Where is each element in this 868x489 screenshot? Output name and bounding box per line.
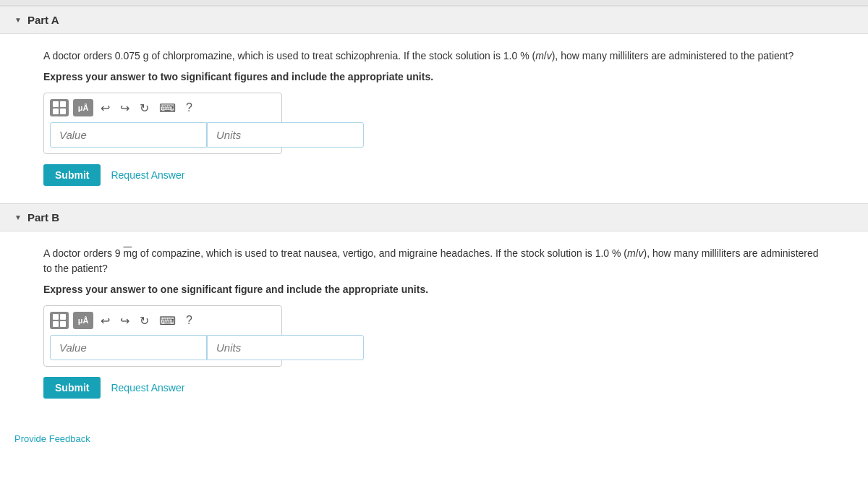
chevron-down-icon-a: ▼ — [14, 16, 22, 24]
top-bar — [0, 0, 868, 6]
part-b-request-answer-link[interactable]: Request Answer — [111, 382, 184, 394]
part-b-body: A doctor orders 9 mg of compazine, which… — [0, 231, 868, 416]
refresh-button-b[interactable]: ↻ — [137, 312, 152, 329]
part-b-fields — [50, 335, 276, 360]
part-b-toolbar: μÅ ↩ ↪ ↻ ⌨ ? — [50, 312, 276, 329]
part-b-question: A doctor orders 9 mg of compazine, which… — [43, 246, 825, 276]
grid-icon-b — [53, 314, 66, 327]
part-a-units-input[interactable] — [207, 122, 364, 148]
mu-button-b[interactable]: μÅ — [73, 312, 93, 329]
undo-button-a[interactable]: ↩ — [98, 100, 113, 116]
redo-button-a[interactable]: ↪ — [117, 100, 132, 116]
part-a-input-widget: μÅ ↩ ↪ ↻ ⌨ ? — [43, 93, 282, 154]
grid-cell — [53, 321, 59, 327]
grid-cell — [60, 321, 66, 327]
redo-button-b[interactable]: ↪ — [117, 312, 132, 329]
part-a-request-answer-link[interactable]: Request Answer — [111, 169, 184, 181]
help-button-b[interactable]: ? — [183, 312, 195, 328]
part-b-input-widget: μÅ ↩ ↪ ↻ ⌨ ? — [43, 305, 282, 367]
mu-button-a[interactable]: μÅ — [73, 99, 93, 116]
part-b-value-input[interactable] — [50, 335, 207, 360]
grid-button-a[interactable] — [50, 99, 69, 116]
grid-cell — [60, 109, 66, 114]
section-part-a: ▼ Part A A doctor orders 0.075 g of chlo… — [0, 6, 868, 203]
section-part-b: ▼ Part B A doctor orders 9 mg of compazi… — [0, 203, 868, 416]
grid-cell — [53, 109, 59, 114]
grid-icon-a — [53, 101, 66, 114]
refresh-button-a[interactable]: ↻ — [137, 100, 152, 116]
part-b-instruction: Express your answer to one significant f… — [43, 284, 825, 295]
part-a-submit-button[interactable]: Submit — [43, 164, 101, 186]
part-b-header: ▼ Part B — [0, 203, 868, 231]
grid-button-b[interactable] — [50, 312, 69, 329]
part-a-actions: Submit Request Answer — [43, 164, 825, 186]
part-a-body: A doctor orders 0.075 g of chlorpromazin… — [0, 34, 868, 203]
grid-cell — [53, 314, 59, 320]
part-a-label: Part A — [27, 14, 59, 26]
keyboard-button-a[interactable]: ⌨ — [156, 100, 179, 116]
keyboard-button-b[interactable]: ⌨ — [156, 312, 179, 329]
page-wrapper: ▼ Part A A doctor orders 0.075 g of chlo… — [0, 0, 868, 489]
part-a-value-input[interactable] — [50, 122, 207, 148]
part-a-instruction: Express your answer to two significant f… — [43, 71, 825, 82]
help-button-a[interactable]: ? — [183, 100, 195, 116]
part-a-fields — [50, 122, 276, 148]
provide-feedback-link[interactable]: Provide Feedback — [14, 433, 90, 444]
part-b-actions: Submit Request Answer — [43, 377, 825, 399]
part-b-submit-button[interactable]: Submit — [43, 377, 101, 399]
grid-cell — [60, 314, 66, 320]
part-b-label: Part B — [27, 211, 59, 224]
part-b-units-input[interactable] — [207, 335, 364, 360]
undo-button-b[interactable]: ↩ — [98, 312, 113, 329]
grid-cell — [53, 101, 59, 107]
part-a-question: A doctor orders 0.075 g of chlorpromazin… — [43, 48, 825, 64]
chevron-down-icon-b: ▼ — [14, 213, 22, 221]
footer: Provide Feedback — [0, 416, 868, 444]
part-a-header: ▼ Part A — [0, 6, 868, 34]
grid-cell — [60, 101, 66, 107]
part-a-toolbar: μÅ ↩ ↪ ↻ ⌨ ? — [50, 99, 276, 116]
